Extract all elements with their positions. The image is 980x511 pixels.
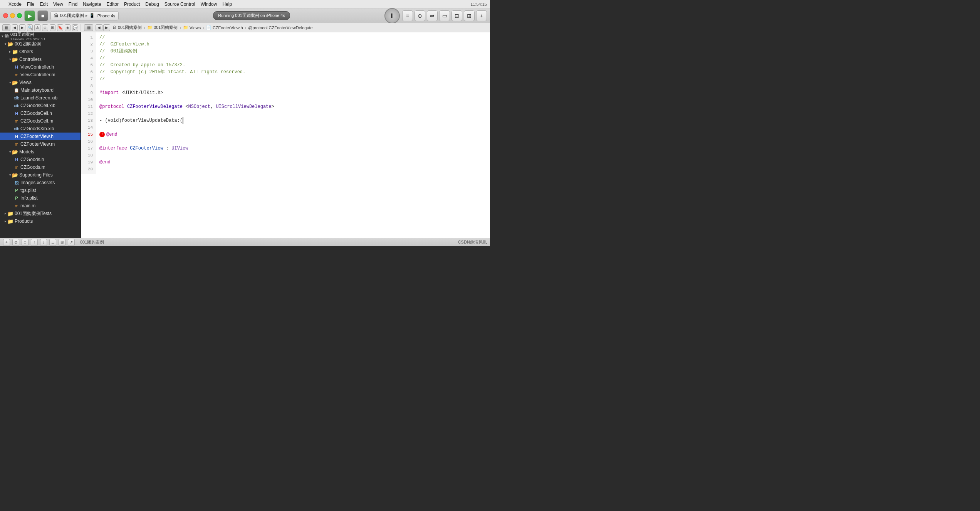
scheme-name: 001团购案例 [60, 13, 84, 18]
pause-button[interactable]: ⏸ [384, 8, 400, 24]
ln-20: 20 [81, 166, 96, 173]
status-area: Running 001团购案例 on iPhone 4s [121, 11, 382, 20]
ln-15: 15 [81, 131, 96, 138]
device-icon: 📱 [89, 13, 95, 18]
sidebar-item-czfooterview-m[interactable]: m CZFooterView.m [0, 140, 81, 148]
breakpoint-nav-btn[interactable]: ◈ [65, 24, 71, 31]
sidebar-item-tests[interactable]: ▸ 📁 001团购案例Tests [0, 210, 81, 217]
ln-18: 18 [81, 152, 96, 159]
layout-btn-1[interactable]: ≡ [402, 10, 413, 21]
code-line-16 [99, 138, 487, 145]
code-line-18 [99, 152, 487, 159]
editor[interactable]: 1 2 3 4 5 6 7 8 9 10 11 12 13 14 15 16 1… [81, 32, 490, 238]
layout-btn-4[interactable]: ▭ [439, 10, 450, 21]
back-btn[interactable]: ◀ [12, 24, 18, 31]
menu-source-control[interactable]: Source Control [164, 2, 195, 7]
hierarchy-nav-btn[interactable]: ⊞ [50, 24, 56, 31]
menu-file[interactable]: File [27, 2, 34, 7]
sidebar-item-main-m[interactable]: m main.m [0, 202, 81, 210]
sidebar-item-czgoods-h[interactable]: H CZGoods.h [0, 156, 81, 163]
sidebar-item-models[interactable]: ▾ 📂 Models [0, 148, 81, 156]
sidebar-item-tgs-plist[interactable]: P tgs.plist [0, 187, 81, 194]
sidebar-item-czgoodscell-h[interactable]: H CZGoodsCell.h [0, 109, 81, 117]
main-content: ▾ 🏛 001团购案例 2 targets, iOS SDK 8.1 ▾ 📂 0… [0, 32, 490, 238]
bottom-nav-3[interactable]: □ [22, 239, 29, 246]
bottom-nav-8[interactable]: ↗ [68, 239, 75, 246]
sidebar-item-project[interactable]: ▾ 🏛 001团购案例 2 targets, iOS SDK 8.1 [0, 32, 81, 40]
menu-xcode[interactable]: Xcode [8, 2, 22, 7]
layout-btn-6[interactable]: ⊞ [464, 10, 475, 21]
menu-editor[interactable]: Editor [107, 2, 119, 7]
ln-5: 5 [81, 62, 96, 69]
menu-product[interactable]: Product [124, 2, 140, 7]
bc-file[interactable]: CZFooterView.h [213, 25, 243, 30]
code-line-10 [99, 96, 487, 103]
bc-protocol[interactable]: @protocol CZFooterViewDelegate [248, 25, 313, 30]
bc-project[interactable]: 001团购案例 [118, 25, 142, 30]
maximize-button[interactable] [17, 13, 22, 18]
ln-1: 1 [81, 34, 96, 41]
sidebar-item-viewcontroller-m[interactable]: m ViewController.m [0, 71, 81, 79]
menu-view[interactable]: View [53, 2, 63, 7]
menu-debug[interactable]: Debug [145, 2, 159, 7]
menu-window[interactable]: Window [201, 2, 217, 7]
bc-views[interactable]: Views [190, 25, 201, 30]
code-line-12 [99, 110, 487, 117]
issue-nav-btn[interactable]: ⚠ [34, 24, 40, 31]
sidebar-item-czgoods-m[interactable]: m CZGoods.m [0, 163, 81, 171]
nav-back-btn[interactable]: ◀ [96, 24, 102, 31]
code-area: 1 2 3 4 5 6 7 8 9 10 11 12 13 14 15 16 1… [81, 32, 490, 174]
sidebar-item-products[interactable]: ▸ 📁 Products [0, 217, 81, 225]
bottom-nav-6[interactable]: ⊥ [49, 239, 56, 246]
code-lines[interactable]: // // CZFooterView.h // 001团购案例 // // Cr… [96, 32, 490, 174]
minimize-button[interactable] [10, 13, 15, 18]
ln-12: 12 [81, 110, 96, 117]
sidebar-item-czgoodscell-m[interactable]: m CZGoodsCell.m [0, 117, 81, 125]
sidebar-item-czgoodsxib[interactable]: xib CZGoodsXib.xib [0, 125, 81, 133]
sidebar-item-czgoodscell-xib[interactable]: xib CZGoodsCell.xib [0, 102, 81, 109]
breadcrumb: 🏛 001团购案例 › 📁 001团购案例 › 📁 Views › 📄 CZFo… [112, 25, 313, 30]
menu-navigate[interactable]: Navigate [83, 2, 101, 7]
stop-button[interactable]: ■ [37, 10, 48, 21]
sidebar-item-czfooterview-h[interactable]: H CZFooterView.h [0, 133, 81, 140]
line-numbers: 1 2 3 4 5 6 7 8 9 10 11 12 13 14 15 16 1… [81, 32, 96, 174]
watermark: CSDN@清风凰 [458, 239, 487, 245]
menu-find[interactable]: Find [69, 2, 77, 7]
sidebar-item-viewcontroller-h[interactable]: H ViewController.h [0, 63, 81, 71]
sidebar-item-main-storyboard[interactable]: 📋 Main.storyboard [0, 86, 81, 94]
bottom-nav-5[interactable]: ↓ [40, 239, 47, 246]
sidebar-item-images[interactable]: 🖼 Images.xcassets [0, 179, 81, 187]
forward-btn[interactable]: ▶ [19, 24, 25, 31]
close-button[interactable] [3, 13, 8, 18]
file-path-bottom: 001团购案例 [80, 239, 104, 245]
add-file-button[interactable]: + [3, 239, 10, 246]
nav-fwd-btn[interactable]: ▶ [103, 24, 110, 31]
run-button[interactable]: ▶ [24, 10, 35, 21]
search-nav-btn[interactable]: 🔍 [27, 24, 33, 31]
sidebar-item-launchscreen[interactable]: xib LaunchScreen.xib [0, 94, 81, 102]
bottom-nav-2[interactable]: ⊙ [12, 239, 19, 246]
bookmark-nav-btn[interactable]: 🔖 [57, 24, 63, 31]
bottom-nav-7[interactable]: ⊞ [59, 239, 65, 246]
bc-group[interactable]: 001团购案例 [154, 25, 178, 30]
sidebar-item-others[interactable]: ▸ 📁 Others [0, 48, 81, 55]
layout-btn-3[interactable]: ⇌ [427, 10, 438, 21]
editor-grid-btn[interactable]: ▦ [84, 24, 93, 31]
sidebar-item-supporting[interactable]: ▾ 📂 Supporting Files [0, 171, 81, 179]
sidebar-item-info-plist[interactable]: P Info.plist [0, 194, 81, 202]
bottom-nav-4[interactable]: ↑ [31, 239, 38, 246]
add-tab-button[interactable]: + [476, 10, 487, 21]
sidebar-group-main[interactable]: ▾ 📂 001团购案例 [0, 40, 81, 48]
symbol-nav-btn[interactable]: ◇ [42, 24, 48, 31]
sidebar-item-views[interactable]: ▾ 📂 Views [0, 79, 81, 86]
code-line-17: @interface CZFooterView : UIView [99, 145, 487, 152]
log-nav-btn[interactable]: 💬 [72, 24, 78, 31]
layout-btn-2[interactable]: ⊙ [414, 10, 425, 21]
sidebar-toggle[interactable]: ▦ [2, 24, 10, 31]
layout-btn-5[interactable]: ⊟ [451, 10, 462, 21]
code-line-20 [99, 166, 487, 173]
sidebar-item-controllers[interactable]: ▾ 📂 Controllers [0, 55, 81, 63]
scheme-selector[interactable]: 🏛 001团购案例 ▸ 📱 iPhone 4s [50, 11, 119, 20]
menu-edit[interactable]: Edit [40, 2, 48, 7]
menu-help[interactable]: Help [222, 2, 232, 7]
